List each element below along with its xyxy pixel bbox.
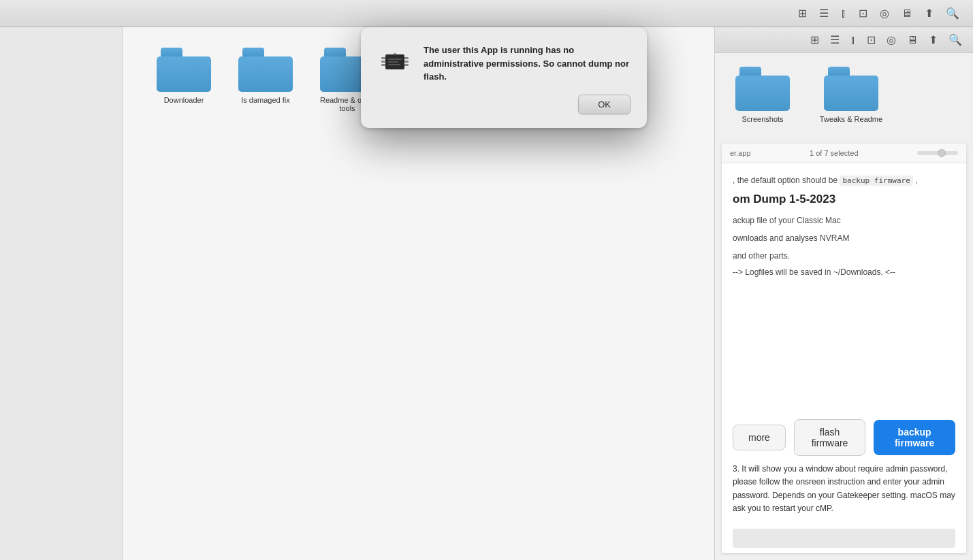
dialog-overlay: The user this App is running has no admi… <box>0 0 973 560</box>
ok-button[interactable]: OK <box>578 95 631 114</box>
chip-icon <box>377 44 413 79</box>
svg-rect-1 <box>381 57 385 59</box>
dialog-footer: OK <box>377 95 631 114</box>
svg-rect-9 <box>388 64 400 65</box>
dialog-message: The user this App is running has no admi… <box>424 44 631 84</box>
dialog-message-text: The user this App is running has no admi… <box>424 45 629 82</box>
alert-dialog: The user this App is running has no admi… <box>361 27 647 128</box>
svg-rect-6 <box>404 64 409 66</box>
svg-rect-4 <box>404 57 409 59</box>
svg-rect-7 <box>388 59 402 60</box>
svg-rect-5 <box>404 61 409 63</box>
svg-rect-3 <box>381 64 385 66</box>
svg-rect-8 <box>388 61 398 63</box>
svg-rect-2 <box>381 61 385 63</box>
dialog-content: The user this App is running has no admi… <box>377 44 631 84</box>
